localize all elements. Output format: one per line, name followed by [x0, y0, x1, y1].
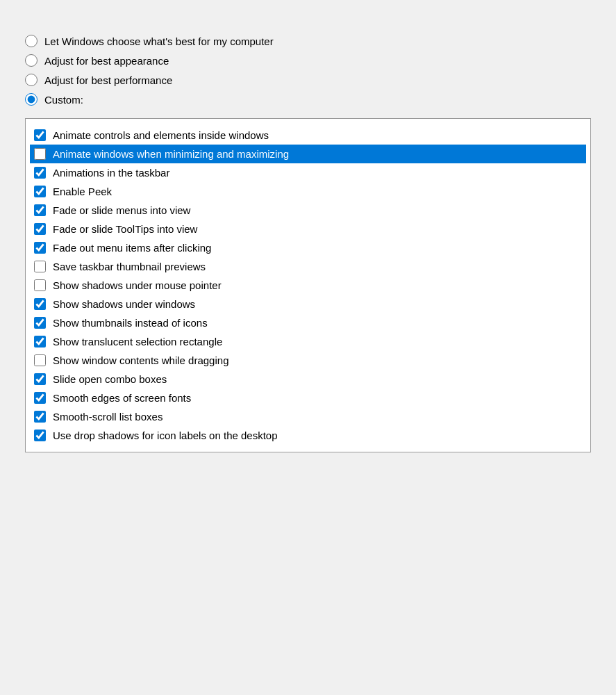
checkbox-label-cb7: Fade out menu items after clicking: [53, 240, 211, 255]
checkbox-label-cb10: Show shadows under windows: [53, 297, 195, 311]
checkbox-input-cb9[interactable]: [34, 279, 46, 291]
checkbox-input-cb3[interactable]: [34, 167, 46, 179]
checkbox-item-cb1[interactable]: Animate controls and elements inside win…: [30, 126, 586, 145]
radio-label-radio-windows-best: Let Windows choose what's best for my co…: [44, 35, 274, 47]
checkbox-item-cb5[interactable]: Fade or slide menus into view: [30, 201, 586, 220]
checkbox-input-cb7[interactable]: [34, 242, 46, 254]
checkbox-label-cb9: Show shadows under mouse pointer: [53, 278, 222, 293]
checkbox-label-cb2: Animate windows when minimizing and maxi…: [53, 147, 289, 161]
checkbox-input-cb5[interactable]: [34, 204, 46, 216]
checkbox-input-cb6[interactable]: [34, 223, 46, 235]
checkbox-input-cb15[interactable]: [34, 392, 46, 404]
checkbox-label-cb1: Animate controls and elements inside win…: [53, 128, 269, 142]
checkbox-item-cb4[interactable]: Enable Peek: [30, 182, 586, 201]
checkbox-label-cb13: Show window contents while dragging: [53, 353, 228, 368]
radio-group: Let Windows choose what's best for my co…: [25, 35, 591, 106]
checkbox-item-cb16[interactable]: Smooth-scroll list boxes: [30, 407, 586, 426]
checkbox-label-cb4: Enable Peek: [53, 184, 112, 199]
checkbox-list-container[interactable]: Animate controls and elements inside win…: [25, 118, 591, 452]
checkbox-item-cb17[interactable]: Use drop shadows for icon labels on the …: [30, 426, 586, 445]
checkbox-item-cb8[interactable]: Save taskbar thumbnail previews: [30, 257, 586, 276]
checkbox-input-cb10[interactable]: [34, 298, 46, 310]
checkbox-item-cb10[interactable]: Show shadows under windows: [30, 295, 586, 313]
radio-option-radio-windows-best[interactable]: Let Windows choose what's best for my co…: [25, 35, 591, 47]
checkbox-item-cb7[interactable]: Fade out menu items after clicking: [30, 238, 586, 257]
checkbox-label-cb15: Smooth edges of screen fonts: [53, 391, 191, 405]
checkbox-input-cb14[interactable]: [34, 373, 46, 385]
checkbox-input-cb4[interactable]: [34, 186, 46, 197]
radio-input-radio-best-performance[interactable]: [25, 74, 38, 86]
checkbox-item-cb9[interactable]: Show shadows under mouse pointer: [30, 276, 586, 295]
checkbox-label-cb16: Smooth-scroll list boxes: [53, 409, 163, 424]
checkbox-label-cb11: Show thumbnails instead of icons: [53, 316, 208, 330]
checkbox-label-cb8: Save taskbar thumbnail previews: [53, 259, 206, 274]
radio-input-radio-custom[interactable]: [25, 93, 38, 106]
radio-label-radio-custom: Custom:: [44, 94, 83, 106]
checkbox-item-cb14[interactable]: Slide open combo boxes: [30, 370, 586, 389]
checkbox-label-cb17: Use drop shadows for icon labels on the …: [53, 428, 278, 443]
checkbox-item-cb6[interactable]: Fade or slide ToolTips into view: [30, 220, 586, 238]
checkbox-item-cb12[interactable]: Show translucent selection rectangle: [30, 332, 586, 351]
radio-input-radio-best-appearance[interactable]: [25, 54, 38, 67]
radio-option-radio-custom[interactable]: Custom:: [25, 93, 591, 106]
checkbox-item-cb13[interactable]: Show window contents while dragging: [30, 351, 586, 370]
checkbox-item-cb3[interactable]: Animations in the taskbar: [30, 163, 586, 182]
checkbox-input-cb2[interactable]: [34, 148, 46, 160]
checkbox-item-cb2[interactable]: Animate windows when minimizing and maxi…: [30, 145, 586, 163]
radio-option-radio-best-appearance[interactable]: Adjust for best appearance: [25, 54, 591, 67]
checkbox-input-cb11[interactable]: [34, 317, 46, 329]
radio-label-radio-best-appearance: Adjust for best appearance: [44, 55, 169, 67]
checkbox-label-cb3: Animations in the taskbar: [53, 165, 169, 180]
checkbox-input-cb13[interactable]: [34, 354, 46, 366]
checkbox-item-cb11[interactable]: Show thumbnails instead of icons: [30, 313, 586, 332]
checkbox-input-cb16[interactable]: [34, 411, 46, 423]
checkbox-label-cb14: Slide open combo boxes: [53, 372, 167, 386]
checkbox-input-cb8[interactable]: [34, 261, 46, 272]
checkbox-label-cb12: Show translucent selection rectangle: [53, 334, 222, 349]
radio-label-radio-best-performance: Adjust for best performance: [44, 74, 172, 86]
checkbox-label-cb6: Fade or slide ToolTips into view: [53, 222, 197, 236]
radio-option-radio-best-performance[interactable]: Adjust for best performance: [25, 74, 591, 86]
checkbox-label-cb5: Fade or slide menus into view: [53, 203, 190, 218]
checkbox-input-cb17[interactable]: [34, 430, 46, 441]
radio-input-radio-windows-best[interactable]: [25, 35, 38, 47]
checkbox-input-cb12[interactable]: [34, 336, 46, 348]
checkbox-input-cb1[interactable]: [34, 129, 46, 141]
checkbox-item-cb15[interactable]: Smooth edges of screen fonts: [30, 389, 586, 407]
